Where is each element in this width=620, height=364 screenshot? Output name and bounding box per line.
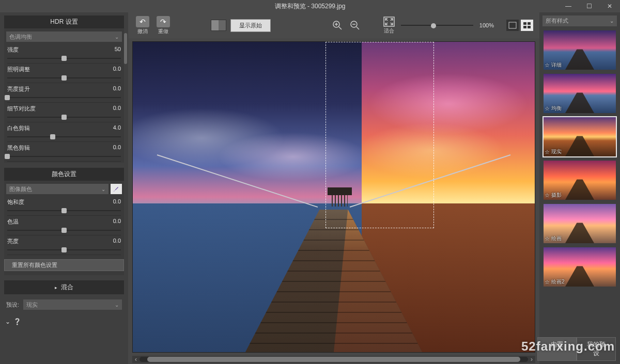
preset-label: 预设: [6, 301, 19, 309]
scroll-left-icon[interactable]: ‹ [132, 356, 140, 363]
svg-rect-10 [528, 22, 531, 25]
preset-filter-dropdown[interactable]: 所有样式 ⌄ [542, 15, 617, 26]
left-scrollbar[interactable] [124, 33, 127, 64]
color-label-2: 亮度 [7, 238, 19, 245]
hdr-track-5[interactable] [7, 153, 121, 160]
color-label-0: 饱和度 [7, 198, 24, 206]
toolbar: ↶ 撤消 ↷ 重做 显示原始 适合 [128, 12, 539, 38]
hdr-slider-5: 黑色剪辑 0.0 [4, 143, 124, 162]
preset-thumb-0[interactable]: ☆ 详细 [542, 29, 617, 71]
hdr-track-1[interactable] [7, 74, 121, 82]
undo-button[interactable]: ↶ 撤消 [134, 16, 151, 35]
favorite-star-icon[interactable]: ☆ [545, 105, 550, 112]
help-icon[interactable]: ❔ [13, 318, 21, 325]
preset-filter-value: 所有样式 [546, 17, 568, 25]
favorite-star-icon[interactable]: ☆ [545, 62, 550, 69]
selection-marquee[interactable] [326, 42, 434, 228]
hdr-slider-3: 细节对比度 0.0 [4, 104, 124, 122]
expand-arrow-icon: ▸ [55, 285, 57, 290]
preset-thumb-2[interactable]: ☆ 现实 [542, 116, 617, 157]
hdr-label-5: 黑色剪辑 [7, 144, 30, 152]
hdr-header: HDR 设置 [4, 15, 124, 28]
color-panel: 颜色设置 图像颜色 ⌄ 饱和度 0.0 色温 [4, 168, 124, 275]
preset-thumb-5[interactable]: ☆ 绘画2 [542, 246, 617, 288]
grid-view-icon [523, 22, 531, 29]
split-view-button[interactable] [211, 20, 226, 31]
hdr-slider-4: 白色剪辑 4.0 [4, 123, 124, 142]
preset-thumb-1[interactable]: ☆ 均衡 [542, 73, 617, 114]
scroll-right-icon[interactable]: › [528, 356, 535, 363]
undo-icon: ↶ [136, 16, 149, 27]
hdr-method-value: 色调均衡 [9, 33, 32, 41]
preset-thumb-4[interactable]: ☆ 绘画 [542, 203, 617, 244]
hdr-slider-0: 强度 50 [4, 45, 124, 64]
blend-label: 混合 [61, 283, 73, 291]
preset-value: 现实 [26, 301, 38, 309]
horizontal-scrollbar[interactable]: ‹ › [132, 356, 535, 363]
image-canvas[interactable] [132, 41, 535, 353]
favorite-star-icon[interactable]: ☆ [545, 235, 550, 242]
show-original-button[interactable]: 显示原始 [230, 19, 271, 32]
builtin-tab[interactable]: 内置 [537, 337, 577, 361]
workspace: HDR 设置 色调均衡 ⌄ 强度 50 照明调整 0.0 [0, 12, 620, 364]
color-label-1: 色温 [7, 218, 19, 226]
redo-button[interactable]: ↷ 重做 [155, 16, 172, 35]
color-track-2[interactable] [7, 246, 121, 254]
chevron-down-icon: ⌄ [101, 186, 105, 192]
chevron-down-icon: ⌄ [610, 18, 614, 24]
preset-name-2: 现实 [551, 148, 562, 155]
brush-button[interactable] [111, 184, 122, 194]
chevron-down-icon[interactable]: ⌄ [5, 318, 10, 325]
zoom-out-button[interactable] [349, 20, 361, 31]
preset-dropdown[interactable]: 现实 ⌄ [23, 299, 122, 310]
hdr-method-dropdown[interactable]: 色调均衡 ⌄ [6, 31, 122, 42]
preset-row: 预设: 现实 ⌄ [4, 294, 124, 315]
canvas-area: ‹ › [128, 38, 539, 364]
zoom-slider[interactable] [401, 22, 473, 29]
color-slider-0: 饱和度 0.0 [4, 197, 124, 216]
preset-thumb-3[interactable]: ☆ 摄影 [542, 160, 617, 201]
preset-name-3: 摄影 [551, 192, 562, 199]
hdr-track-0[interactable] [7, 55, 121, 62]
bottom-controls: ⌄ ❔ [4, 315, 124, 328]
blend-panel-header[interactable]: ▸ 混合 [4, 280, 124, 294]
color-track-0[interactable] [7, 207, 121, 214]
preset-name-5: 绘画2 [551, 278, 565, 286]
svg-line-5 [357, 27, 359, 29]
favorite-star-icon[interactable]: ☆ [545, 279, 550, 286]
svg-rect-11 [523, 26, 526, 28]
redo-icon: ↷ [157, 16, 170, 27]
reset-colors-button[interactable]: 重置所有颜色设置 [4, 259, 124, 271]
fit-icon [383, 17, 395, 27]
close-button[interactable]: ✕ [599, 0, 620, 12]
preset-name-0: 详细 [551, 61, 562, 69]
zoom-in-button[interactable] [332, 20, 343, 31]
undo-label: 撤消 [137, 28, 148, 35]
hdr-track-2[interactable] [7, 94, 121, 101]
single-view-icon [508, 22, 517, 29]
maximize-button[interactable]: ☐ [579, 0, 599, 12]
color-mode-value: 图像颜色 [9, 185, 32, 193]
color-value-0: 0.0 [113, 198, 121, 206]
color-slider-1: 色温 0.0 [4, 217, 124, 235]
center-area: ↶ 撤消 ↷ 重做 显示原始 适合 [128, 12, 539, 364]
view-single-button[interactable] [506, 20, 519, 31]
color-value-2: 0.0 [113, 238, 121, 245]
zoom-in-icon [332, 20, 343, 30]
color-mode-dropdown[interactable]: 图像颜色 ⌄ [6, 184, 109, 194]
my-presets-tab[interactable]: 我的预设 [577, 337, 616, 361]
window-title: 调整和预览 - 3005299.jpg [275, 2, 346, 11]
favorite-star-icon[interactable]: ☆ [545, 149, 550, 155]
hdr-value-1: 0.0 [113, 66, 121, 73]
hdr-label-4: 白色剪辑 [7, 124, 30, 132]
color-slider-2: 亮度 0.0 [4, 236, 124, 255]
chevron-down-icon: ⌄ [115, 34, 119, 40]
color-track-1[interactable] [7, 227, 121, 234]
hdr-track-4[interactable] [7, 133, 121, 140]
hdr-track-3[interactable] [7, 114, 121, 121]
minimize-button[interactable]: — [558, 0, 579, 12]
favorite-star-icon[interactable]: ☆ [545, 192, 550, 199]
zoom-out-icon [350, 20, 360, 30]
view-grid-button[interactable] [521, 20, 533, 31]
fit-button[interactable]: 适合 [383, 17, 395, 35]
